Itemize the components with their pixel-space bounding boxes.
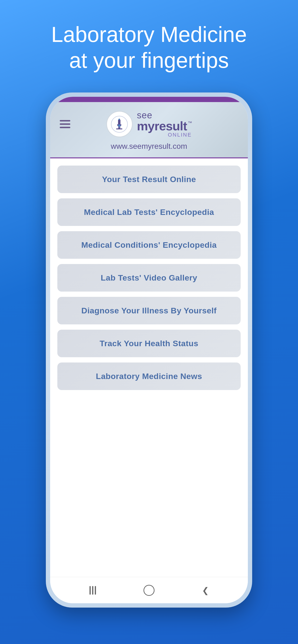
logo-myresult-text: myresult (137, 120, 187, 132)
empty-space (50, 395, 248, 577)
svg-point-7 (118, 124, 120, 126)
svg-rect-6 (118, 118, 120, 120)
headline: Laboratory Medicine at your fingertips (32, 22, 266, 73)
nav-lines-icon[interactable] (84, 582, 101, 599)
menu-btn-diagnose[interactable]: Diagnose Your Illness By Yourself (57, 297, 241, 324)
nav-back-icon[interactable] (197, 582, 214, 599)
logo-tm: ™ (188, 121, 192, 125)
phone-mockup: see myresult™ ONLINE www.seemyresult.com… (46, 92, 252, 608)
menu-btn-lab-tests-encyclopedia[interactable]: Medical Lab Tests' Encyclopedia (57, 198, 241, 226)
svg-rect-5 (116, 128, 122, 130)
hamburger-menu-icon[interactable] (60, 120, 70, 128)
nav-home-icon[interactable] (140, 582, 158, 599)
logo-circle (106, 111, 133, 137)
svg-rect-1 (118, 120, 120, 125)
website-url: www.seemyresult.com (111, 142, 187, 151)
logo-text: see myresult™ ONLINE (137, 111, 192, 138)
menu-btn-test-result[interactable]: Your Test Result Online (57, 166, 241, 193)
logo-online: ONLINE (137, 132, 192, 138)
bottom-nav (50, 577, 248, 603)
headline-line1: Laboratory Medicine (51, 22, 247, 48)
purple-top-bar (50, 97, 248, 102)
menu-list: Your Test Result OnlineMedical Lab Tests… (50, 158, 248, 395)
headline-line2: at your fingertips (51, 48, 247, 73)
logo-area: see myresult™ ONLINE (106, 111, 192, 138)
app-header: see myresult™ ONLINE www.seemyresult.com (50, 102, 248, 158)
menu-btn-news[interactable]: Laboratory Medicine News (57, 362, 241, 390)
logo-see: see (137, 111, 192, 120)
phone-screen: see myresult™ ONLINE www.seemyresult.com… (50, 97, 248, 603)
menu-btn-video-gallery[interactable]: Lab Tests' Video Gallery (57, 264, 241, 292)
menu-btn-health-status[interactable]: Track Your Health Status (57, 330, 241, 357)
menu-btn-medical-conditions[interactable]: Medical Conditions' Encyclopedia (57, 231, 241, 259)
logo-myresult-row: myresult™ (137, 120, 192, 132)
